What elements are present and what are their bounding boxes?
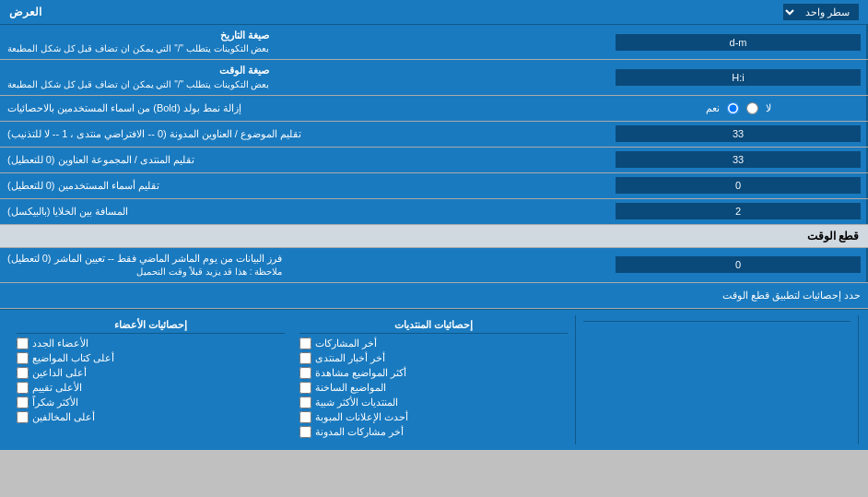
cell-spacing-row: 2 المسافة بين الخلايا (بالبيكسل) (0, 199, 868, 225)
topic-trim-input[interactable]: 33 (616, 125, 861, 142)
date-format-row: d-m صيغة التاريخ بعض التكوينات يتطلب "/"… (0, 25, 868, 60)
checkbox-label: المنتديات الأكثر شبية (315, 396, 398, 408)
checkbox-item: أكثر المواضيع مشاهدة (299, 367, 567, 379)
username-trim-input[interactable]: 0 (616, 177, 861, 194)
cell-spacing-label: المسافة بين الخلايا (بالبيكسل) (0, 199, 610, 224)
checkbox-item: الأكثر شكراً (17, 396, 285, 408)
cutoff-input[interactable]: 0 (616, 256, 861, 273)
forum-trim-row: 33 تقليم المنتدى / المجموعة العناوين (0 … (0, 148, 868, 173)
checkbox-item: أعلى الداعين (17, 367, 285, 379)
checkbox-item: أحدث الإعلانات المبوبة (299, 411, 567, 423)
date-format-label: صيغة التاريخ بعض التكوينات يتطلب "/" الت… (0, 25, 610, 59)
checkbox-input[interactable] (17, 382, 29, 394)
checkbox-input[interactable] (299, 367, 311, 379)
username-trim-input-container: 0 (610, 173, 868, 198)
radio-no-label: لا (766, 102, 771, 114)
checkbox-item: المواضيع الساخنة (299, 382, 567, 394)
forum-trim-label: تقليم المنتدى / المجموعة العناوين (0 للت… (0, 148, 610, 172)
checkbox-item: أعلى كتاب المواضيع (17, 352, 285, 364)
checkbox-input[interactable] (17, 411, 29, 423)
bold-radio-container: لا نعم (610, 96, 868, 121)
username-trim-label: تقليم أسماء المستخدمين (0 للتعطيل) (0, 173, 610, 198)
checkbox-input[interactable] (299, 352, 311, 364)
checkbox-col-3 (576, 315, 859, 444)
checkboxes-area: إحصائيات المنتديات أخر المشاركات أخر أخب… (0, 309, 868, 450)
checkbox-input[interactable] (17, 337, 29, 349)
cutoff-input-container: 0 (610, 248, 868, 282)
bold-remove-label: إزالة نمط بولد (Bold) من اسماء المستخدمي… (0, 96, 610, 121)
checkbox-input[interactable] (299, 337, 311, 349)
checkbox-input[interactable] (299, 396, 311, 408)
checkbox-label: أعلى الداعين (32, 367, 87, 379)
forum-trim-input-container: 33 (610, 148, 868, 172)
cell-spacing-input-container: 2 (610, 199, 868, 224)
time-format-input-container: H:i (610, 60, 868, 94)
date-format-input[interactable]: d-m (616, 34, 861, 51)
topic-trim-row: 33 تقليم الموضوع / العناوين المدونة (0 -… (0, 122, 868, 148)
checkbox-item: المنتديات الأكثر شبية (299, 396, 567, 408)
checkbox-label: الأكثر شكراً (32, 396, 78, 408)
checkbox-input[interactable] (17, 396, 29, 408)
restrict-row: حدد إحصائيات لتطبيق قطع الوقت (0, 283, 868, 309)
checkboxes-grid: إحصائيات المنتديات أخر المشاركات أخر أخب… (9, 315, 859, 444)
checkbox-input[interactable] (299, 382, 311, 394)
checkbox-label: أعلى المخالفين (32, 411, 95, 423)
checkbox-item: أعلى المخالفين (17, 411, 285, 423)
rows-dropdown[interactable]: سطر واحدسطرينثلاثة أسطر (783, 4, 859, 20)
restrict-label: حدد إحصائيات لتطبيق قطع الوقت (0, 286, 868, 305)
col2-header: إحصائيات المنتديات (299, 319, 567, 334)
checkbox-item: أخر مشاركات المدونة (299, 426, 567, 438)
time-format-input[interactable]: H:i (616, 69, 861, 86)
checkbox-col-1: إحصائيات الأعضاء الأعضاء الجدد أعلى كتاب… (9, 315, 292, 444)
date-format-input-container: d-m (610, 25, 868, 59)
checkbox-input[interactable] (17, 352, 29, 364)
checkbox-item: أخر المشاركات (299, 337, 567, 349)
checkbox-item: الأعلى تقييم (17, 382, 285, 394)
bold-remove-row: لا نعم إزالة نمط بولد (Bold) من اسماء ال… (0, 96, 868, 122)
forum-trim-input[interactable]: 33 (616, 151, 861, 168)
cell-spacing-input[interactable]: 2 (616, 203, 861, 219)
radio-yes-label: نعم (706, 102, 720, 114)
time-format-row: H:i صيغة الوقت بعض التكوينات يتطلب "/" ا… (0, 60, 868, 95)
username-trim-row: 0 تقليم أسماء المستخدمين (0 للتعطيل) (0, 173, 868, 199)
cutoff-section-header: قطع الوقت (0, 225, 868, 248)
page-title: العرض (9, 6, 41, 18)
checkbox-item: أخر أخبار المنتدى (299, 352, 567, 364)
time-format-label: صيغة الوقت بعض التكوينات يتطلب "/" التي … (0, 60, 610, 94)
topic-trim-label: تقليم الموضوع / العناوين المدونة (0 -- ا… (0, 122, 610, 147)
checkbox-input[interactable] (299, 426, 311, 438)
topic-trim-input-container: 33 (610, 122, 868, 147)
radio-yes[interactable] (727, 102, 739, 114)
checkbox-label: أكثر المواضيع مشاهدة (315, 367, 406, 379)
checkbox-item: الأعضاء الجدد (17, 337, 285, 349)
checkbox-label: أعلى كتاب المواضيع (32, 352, 114, 364)
checkbox-col-2: إحصائيات المنتديات أخر المشاركات أخر أخب… (292, 315, 575, 444)
checkbox-label: المواضيع الساخنة (315, 382, 386, 394)
cutoff-value-label: فرز البيانات من يوم الماشر الماضي فقط --… (0, 248, 610, 282)
cutoff-value-row: 0 فرز البيانات من يوم الماشر الماضي فقط … (0, 248, 868, 283)
checkbox-input[interactable] (299, 411, 311, 423)
checkbox-label: أحدث الإعلانات المبوبة (315, 411, 408, 423)
radio-no[interactable] (746, 102, 758, 114)
checkbox-label: الأعلى تقييم (32, 382, 82, 394)
checkbox-label: أخر مشاركات المدونة (315, 426, 404, 438)
checkbox-input[interactable] (17, 367, 29, 379)
col1-header: إحصائيات الأعضاء (17, 319, 285, 334)
checkbox-label: أخر أخبار المنتدى (315, 352, 385, 364)
checkbox-label: أخر المشاركات (315, 337, 377, 349)
checkbox-label: الأعضاء الجدد (32, 337, 88, 349)
col3-header (583, 319, 850, 322)
